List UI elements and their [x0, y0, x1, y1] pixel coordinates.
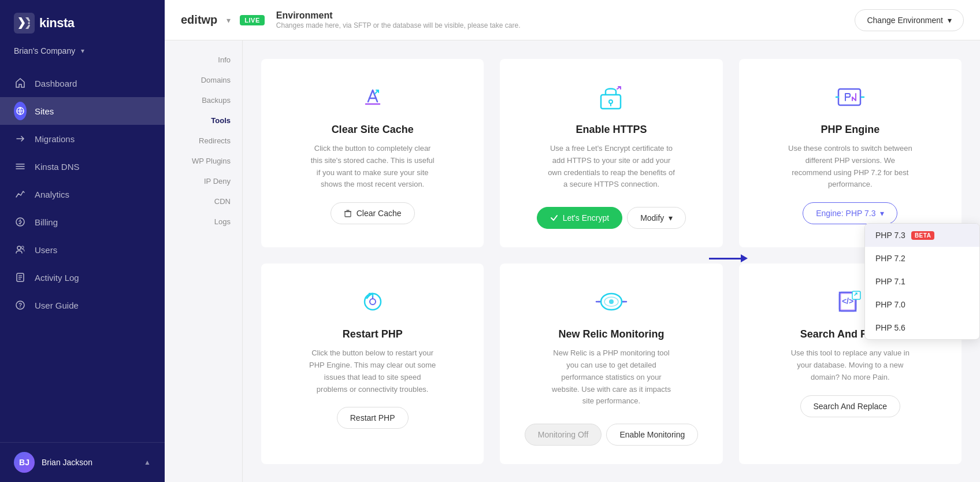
- php-engine-card: PHP Engine Use these controls to switch …: [739, 59, 962, 247]
- clear-cache-desc: Click the button to completely clear thi…: [309, 143, 436, 191]
- subnav-item-logs[interactable]: Logs: [165, 212, 242, 232]
- main-content: editwp ▾ LIVE Environment Changes made h…: [165, 0, 980, 482]
- environment-info: Environment Changes made here, via SFTP …: [276, 10, 846, 29]
- monitoring-btn-group: Monitoring Off Enable Monitoring: [525, 419, 699, 446]
- php-option-73[interactable]: PHP 7.3 BETA: [865, 224, 979, 247]
- subnav-item-info[interactable]: Info: [165, 50, 242, 70]
- php-option-70[interactable]: PHP 7.0: [865, 293, 979, 316]
- php-option-56[interactable]: PHP 5.6: [865, 316, 979, 339]
- php-option-71[interactable]: PHP 7.1: [865, 270, 979, 293]
- modify-button[interactable]: Modify ▾: [627, 207, 686, 229]
- restart-php-button[interactable]: Restart PHP: [337, 407, 409, 429]
- php-engine-button[interactable]: Engine: PHP 7.3 ▾: [803, 202, 897, 224]
- restart-php-title: Restart PHP: [343, 328, 403, 340]
- change-env-label: Change Environment: [867, 16, 943, 25]
- lets-encrypt-button[interactable]: Let's Encrypt: [537, 207, 623, 229]
- monitoring-off-label: Monitoring Off: [538, 430, 589, 439]
- sidebar-item-label: Activity Log: [35, 273, 79, 283]
- new-relic-title: New Relic Monitoring: [558, 328, 664, 340]
- sidebar-item-label: User Guide: [35, 301, 79, 310]
- php-72-label: PHP 7.2: [875, 254, 905, 263]
- svg-text:?: ?: [18, 302, 22, 309]
- monitoring-off-button[interactable]: Monitoring Off: [525, 424, 602, 446]
- user-chevron-icon: ▲: [144, 458, 151, 466]
- topbar: editwp ▾ LIVE Environment Changes made h…: [165, 0, 980, 40]
- live-badge: LIVE: [240, 15, 264, 25]
- sidebar-item-migrations[interactable]: Migrations: [0, 125, 165, 153]
- sidebar-item-label: Sites: [35, 106, 54, 116]
- svg-rect-13: [345, 212, 351, 217]
- company-chevron-icon: ▾: [81, 47, 84, 55]
- sidebar-item-sites[interactable]: Sites: [0, 97, 165, 125]
- sidebar-item-kinsta-dns[interactable]: Kinsta DNS: [0, 153, 165, 180]
- logo-area: kinsta: [0, 0, 165, 44]
- beta-badge: BETA: [911, 231, 934, 240]
- analytics-icon: [14, 188, 27, 201]
- modify-label: Modify: [640, 213, 664, 223]
- php-option-72[interactable]: PHP 7.2: [865, 247, 979, 270]
- sidebar-item-user-guide[interactable]: ? User Guide: [0, 291, 165, 319]
- php-engine-label: Engine: PHP 7.3: [816, 209, 875, 218]
- migrations-icon: [14, 132, 27, 145]
- sidebar: kinsta Brian's Company ▾ Dashboard Sites: [0, 0, 165, 482]
- php-icon: [833, 80, 867, 114]
- users-icon: [14, 243, 27, 256]
- avatar: BJ: [14, 452, 35, 473]
- search-replace-icon: </>: [833, 284, 867, 319]
- svg-rect-30: [852, 291, 860, 299]
- clear-cache-btn-label: Clear Cache: [357, 209, 402, 218]
- subnav-item-ip-deny[interactable]: IP Deny: [165, 171, 242, 191]
- https-icon: [594, 80, 629, 114]
- restart-php-icon: [355, 284, 390, 319]
- nav-items: Dashboard Sites Migrations Kinsta DNS: [0, 65, 165, 442]
- logo-text: kinsta: [39, 16, 75, 31]
- svg-point-20: [370, 299, 376, 305]
- environment-name: Environment: [276, 10, 846, 21]
- new-relic-card: New Relic Monitoring New Relic is a PHP …: [500, 264, 722, 464]
- kinsta-logo-icon: [14, 13, 35, 34]
- php-71-label: PHP 7.1: [875, 277, 905, 286]
- sidebar-item-label: Analytics: [35, 190, 69, 199]
- site-name: editwp: [181, 13, 217, 27]
- user-profile[interactable]: BJ Brian Jackson ▲: [0, 442, 165, 482]
- subnav-item-domains[interactable]: Domains: [165, 70, 242, 90]
- sidebar-item-analytics[interactable]: Analytics: [0, 180, 165, 208]
- https-title: Enable HTTPS: [576, 124, 647, 136]
- php-title: PHP Engine: [821, 124, 879, 136]
- environment-desc: Changes made here, via SFTP or the datab…: [276, 21, 846, 29]
- sidebar-item-activity-log[interactable]: Activity Log: [0, 264, 165, 291]
- php-desc: Use these controls to switch between dif…: [786, 143, 914, 191]
- svg-point-5: [21, 246, 24, 249]
- subnav-item-backups[interactable]: Backups: [165, 90, 242, 110]
- php-73-label: PHP 7.3: [875, 231, 905, 240]
- clear-cache-card: Clear Site Cache Click the button to com…: [261, 59, 484, 247]
- sidebar-item-users[interactable]: Users: [0, 236, 165, 264]
- modify-chevron-icon: ▾: [669, 213, 673, 223]
- change-environment-button[interactable]: Change Environment ▾: [855, 9, 964, 31]
- php-chevron-icon: ▾: [880, 209, 884, 218]
- subnav-item-redirects[interactable]: Redirects: [165, 131, 242, 151]
- search-replace-desc: Use this tool to replace any value in yo…: [786, 347, 914, 383]
- sidebar-item-billing[interactable]: Billing: [0, 208, 165, 236]
- subnav-item-wp-plugins[interactable]: WP Plugins: [165, 151, 242, 171]
- search-replace-btn-label: Search And Replace: [814, 402, 888, 411]
- new-relic-icon: [594, 284, 629, 319]
- search-replace-button[interactable]: Search And Replace: [800, 395, 901, 417]
- clear-cache-button[interactable]: Clear Cache: [331, 202, 415, 224]
- company-selector[interactable]: Brian's Company ▾: [0, 44, 165, 65]
- site-chevron-icon[interactable]: ▾: [227, 16, 231, 25]
- clear-cache-title: Clear Site Cache: [332, 124, 414, 136]
- sidebar-item-dashboard[interactable]: Dashboard: [0, 69, 165, 97]
- svg-rect-15: [601, 95, 621, 109]
- subnav-item-tools[interactable]: Tools: [165, 110, 242, 131]
- tools-grid: Clear Site Cache Click the button to com…: [261, 59, 962, 464]
- content-area: Info Domains Backups Tools Redirects WP …: [165, 40, 980, 482]
- restart-php-btn-label: Restart PHP: [350, 413, 395, 422]
- guide-icon: ?: [14, 299, 27, 312]
- subnav-item-cdn[interactable]: CDN: [165, 191, 242, 212]
- enable-monitoring-button[interactable]: Enable Monitoring: [606, 424, 698, 446]
- check-icon: [550, 214, 558, 222]
- clear-cache-icon: [355, 80, 390, 114]
- restart-php-card: Restart PHP Click the button below to re…: [261, 264, 484, 464]
- svg-point-24: [609, 299, 614, 304]
